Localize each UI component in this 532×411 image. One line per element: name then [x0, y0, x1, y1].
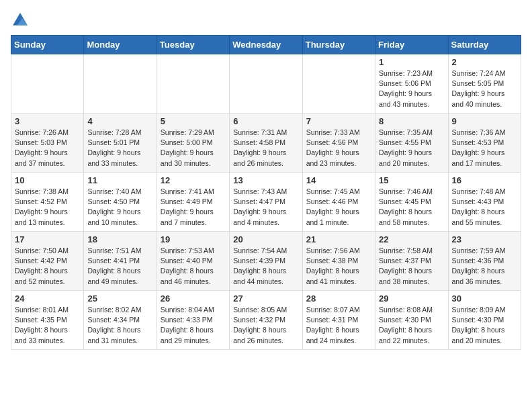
calendar-cell: 29Sunrise: 8:08 AM Sunset: 4:30 PM Dayli…	[375, 291, 448, 350]
day-info: Sunrise: 8:04 AM Sunset: 4:33 PM Dayligh…	[161, 305, 226, 346]
day-number: 20	[233, 234, 298, 244]
col-header-monday: Monday	[84, 36, 157, 54]
day-number: 16	[452, 175, 517, 185]
day-number: 21	[306, 234, 371, 244]
day-number: 15	[379, 175, 444, 185]
day-number: 13	[233, 175, 298, 185]
day-number: 29	[379, 293, 444, 304]
day-info: Sunrise: 7:54 AM Sunset: 4:39 PM Dayligh…	[233, 246, 298, 287]
calendar-cell: 27Sunrise: 8:05 AM Sunset: 4:32 PM Dayli…	[230, 291, 302, 350]
day-info: Sunrise: 7:31 AM Sunset: 4:58 PM Dayligh…	[233, 128, 298, 169]
day-number: 23	[452, 234, 517, 244]
calendar-cell: 18Sunrise: 7:51 AM Sunset: 4:41 PM Dayli…	[84, 232, 157, 291]
day-number: 24	[15, 293, 80, 304]
calendar-cell	[11, 54, 84, 113]
calendar-cell: 26Sunrise: 8:04 AM Sunset: 4:33 PM Dayli…	[157, 291, 229, 350]
calendar-cell: 8Sunrise: 7:35 AM Sunset: 4:55 PM Daylig…	[375, 113, 448, 173]
day-number: 3	[15, 116, 80, 126]
calendar-cell: 23Sunrise: 7:59 AM Sunset: 4:36 PM Dayli…	[448, 232, 521, 291]
calendar-cell	[84, 54, 157, 113]
calendar-table: SundayMondayTuesdayWednesdayThursdayFrid…	[11, 35, 521, 350]
col-header-thursday: Thursday	[302, 36, 375, 54]
day-number: 4	[87, 116, 152, 126]
day-info: Sunrise: 7:38 AM Sunset: 4:52 PM Dayligh…	[15, 187, 80, 228]
calendar-cell: 14Sunrise: 7:45 AM Sunset: 4:46 PM Dayli…	[302, 173, 375, 232]
calendar-cell: 24Sunrise: 8:01 AM Sunset: 4:35 PM Dayli…	[11, 291, 84, 350]
day-info: Sunrise: 7:26 AM Sunset: 5:03 PM Dayligh…	[15, 128, 80, 169]
calendar-cell: 10Sunrise: 7:38 AM Sunset: 4:52 PM Dayli…	[11, 173, 84, 232]
calendar-cell: 9Sunrise: 7:36 AM Sunset: 4:53 PM Daylig…	[448, 113, 521, 173]
calendar-cell: 6Sunrise: 7:31 AM Sunset: 4:58 PM Daylig…	[230, 113, 302, 173]
day-info: Sunrise: 8:07 AM Sunset: 4:31 PM Dayligh…	[306, 305, 371, 346]
col-header-friday: Friday	[375, 36, 448, 54]
day-info: Sunrise: 7:50 AM Sunset: 4:42 PM Dayligh…	[15, 246, 80, 287]
day-info: Sunrise: 7:41 AM Sunset: 4:49 PM Dayligh…	[161, 187, 226, 228]
calendar-cell: 30Sunrise: 8:09 AM Sunset: 4:30 PM Dayli…	[448, 291, 521, 350]
day-info: Sunrise: 7:45 AM Sunset: 4:46 PM Dayligh…	[306, 187, 371, 228]
day-number: 19	[161, 234, 226, 244]
day-info: Sunrise: 7:33 AM Sunset: 4:56 PM Dayligh…	[306, 128, 371, 169]
logo	[11, 11, 32, 30]
day-number: 28	[306, 293, 371, 304]
page-header	[11, 11, 521, 30]
day-number: 14	[306, 175, 371, 185]
day-info: Sunrise: 7:53 AM Sunset: 4:40 PM Dayligh…	[161, 246, 226, 287]
day-info: Sunrise: 8:02 AM Sunset: 4:34 PM Dayligh…	[87, 305, 152, 346]
day-number: 6	[233, 116, 298, 126]
calendar-cell: 16Sunrise: 7:48 AM Sunset: 4:43 PM Dayli…	[448, 173, 521, 232]
day-info: Sunrise: 8:08 AM Sunset: 4:30 PM Dayligh…	[379, 305, 444, 346]
calendar-cell: 13Sunrise: 7:43 AM Sunset: 4:47 PM Dayli…	[230, 173, 302, 232]
calendar-cell: 28Sunrise: 8:07 AM Sunset: 4:31 PM Dayli…	[302, 291, 375, 350]
day-info: Sunrise: 7:40 AM Sunset: 4:50 PM Dayligh…	[87, 187, 152, 228]
col-header-tuesday: Tuesday	[157, 36, 229, 54]
calendar-cell: 19Sunrise: 7:53 AM Sunset: 4:40 PM Dayli…	[157, 232, 229, 291]
calendar-cell: 22Sunrise: 7:58 AM Sunset: 4:37 PM Dayli…	[375, 232, 448, 291]
calendar-cell: 20Sunrise: 7:54 AM Sunset: 4:39 PM Dayli…	[230, 232, 302, 291]
day-number: 22	[379, 234, 444, 244]
day-number: 1	[379, 57, 444, 67]
day-number: 5	[161, 116, 226, 126]
calendar-cell: 12Sunrise: 7:41 AM Sunset: 4:49 PM Dayli…	[157, 173, 229, 232]
calendar-cell: 15Sunrise: 7:46 AM Sunset: 4:45 PM Dayli…	[375, 173, 448, 232]
day-number: 17	[15, 234, 80, 244]
day-number: 10	[15, 175, 80, 185]
calendar-cell: 7Sunrise: 7:33 AM Sunset: 4:56 PM Daylig…	[302, 113, 375, 173]
day-number: 25	[87, 293, 152, 304]
day-info: Sunrise: 8:05 AM Sunset: 4:32 PM Dayligh…	[233, 305, 298, 346]
day-info: Sunrise: 7:46 AM Sunset: 4:45 PM Dayligh…	[379, 187, 444, 228]
day-info: Sunrise: 8:01 AM Sunset: 4:35 PM Dayligh…	[15, 305, 80, 346]
day-number: 9	[452, 116, 517, 126]
day-number: 11	[87, 175, 152, 185]
calendar-cell	[157, 54, 229, 113]
calendar-cell: 3Sunrise: 7:26 AM Sunset: 5:03 PM Daylig…	[11, 113, 84, 173]
calendar-cell: 5Sunrise: 7:29 AM Sunset: 5:00 PM Daylig…	[157, 113, 229, 173]
day-info: Sunrise: 8:09 AM Sunset: 4:30 PM Dayligh…	[452, 305, 517, 346]
day-info: Sunrise: 7:36 AM Sunset: 4:53 PM Dayligh…	[452, 128, 517, 169]
calendar-cell: 2Sunrise: 7:24 AM Sunset: 5:05 PM Daylig…	[448, 54, 521, 113]
day-number: 30	[452, 293, 517, 304]
day-number: 2	[452, 57, 517, 67]
day-info: Sunrise: 7:58 AM Sunset: 4:37 PM Dayligh…	[379, 246, 444, 287]
calendar-cell: 21Sunrise: 7:56 AM Sunset: 4:38 PM Dayli…	[302, 232, 375, 291]
day-info: Sunrise: 7:23 AM Sunset: 5:06 PM Dayligh…	[379, 68, 444, 109]
day-info: Sunrise: 7:29 AM Sunset: 5:00 PM Dayligh…	[161, 128, 226, 169]
col-header-wednesday: Wednesday	[230, 36, 302, 54]
calendar-cell	[302, 54, 375, 113]
calendar-cell: 11Sunrise: 7:40 AM Sunset: 4:50 PM Dayli…	[84, 173, 157, 232]
calendar-cell: 1Sunrise: 7:23 AM Sunset: 5:06 PM Daylig…	[375, 54, 448, 113]
day-info: Sunrise: 7:48 AM Sunset: 4:43 PM Dayligh…	[452, 187, 517, 228]
col-header-saturday: Saturday	[448, 36, 521, 54]
day-info: Sunrise: 7:35 AM Sunset: 4:55 PM Dayligh…	[379, 128, 444, 169]
calendar-cell: 17Sunrise: 7:50 AM Sunset: 4:42 PM Dayli…	[11, 232, 84, 291]
day-info: Sunrise: 7:43 AM Sunset: 4:47 PM Dayligh…	[233, 187, 298, 228]
day-info: Sunrise: 7:56 AM Sunset: 4:38 PM Dayligh…	[306, 246, 371, 287]
calendar-cell	[230, 54, 302, 113]
calendar-cell: 4Sunrise: 7:28 AM Sunset: 5:01 PM Daylig…	[84, 113, 157, 173]
logo-icon	[11, 11, 30, 30]
day-number: 18	[87, 234, 152, 244]
day-info: Sunrise: 7:51 AM Sunset: 4:41 PM Dayligh…	[87, 246, 152, 287]
day-number: 7	[306, 116, 371, 126]
day-number: 27	[233, 293, 298, 304]
day-number: 8	[379, 116, 444, 126]
col-header-sunday: Sunday	[11, 36, 84, 54]
